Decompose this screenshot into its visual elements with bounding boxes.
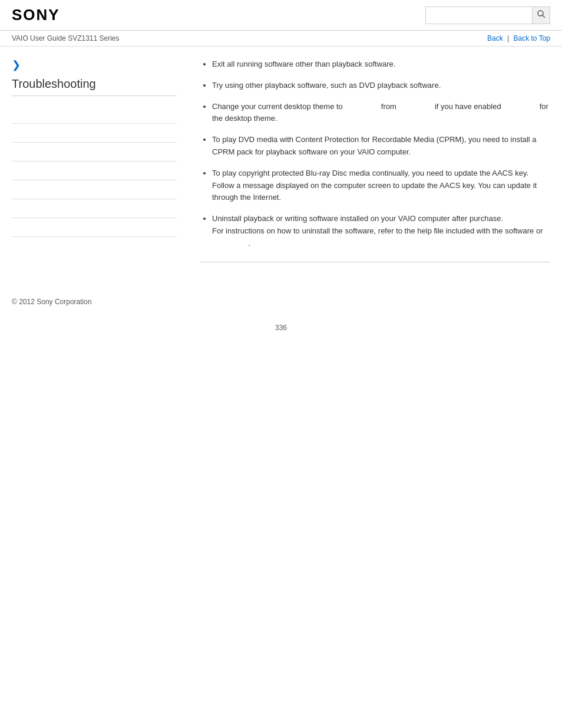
list-item <box>12 180 177 199</box>
list-item: To play copyright protected Blu-ray Disc… <box>212 167 550 204</box>
nav-separator: | <box>507 34 509 42</box>
content-divider <box>200 262 550 262</box>
list-item <box>12 218 177 237</box>
list-item: Change your current desktop theme to fro… <box>212 101 550 126</box>
footer: © 2012 Sony Corporation <box>0 286 562 318</box>
search-area[interactable] <box>425 6 550 24</box>
svg-line-1 <box>543 15 545 18</box>
copyright-text: © 2012 Sony Corporation <box>12 298 92 306</box>
list-item: Exit all running software other than pla… <box>212 58 550 71</box>
main-content: ❯ Troubleshooting Exit all running softw… <box>0 47 562 286</box>
svg-point-0 <box>538 11 543 16</box>
nav-bar: VAIO User Guide SVZ1311 Series Back | Ba… <box>0 31 562 47</box>
list-item <box>12 162 177 180</box>
sidebar-link-4[interactable] <box>12 167 14 175</box>
back-to-top-link[interactable]: Back to Top <box>514 34 550 42</box>
bullet-2-text: Try using other playback software, such … <box>212 81 441 90</box>
header: SONY <box>0 0 562 31</box>
back-link[interactable]: Back <box>487 34 503 42</box>
bullet-5-text: To play copyright protected Blu-ray Disc… <box>212 169 537 202</box>
list-item <box>12 105 177 124</box>
list-item: Uninstall playback or writing software i… <box>212 213 550 249</box>
sidebar-link-1[interactable] <box>12 110 14 118</box>
list-item <box>12 124 177 143</box>
sidebar-arrow: ❯ <box>12 58 177 71</box>
sidebar-link-7[interactable] <box>12 223 14 232</box>
bullet-1-text: Exit all running software other than pla… <box>212 60 395 68</box>
breadcrumb: VAIO User Guide SVZ1311 Series <box>12 34 120 42</box>
list-item: To play DVD media with Content Protectio… <box>212 134 550 159</box>
content-list: Exit all running software other than pla… <box>200 58 550 250</box>
list-item: Try using other playback software, such … <box>212 80 550 92</box>
sidebar-link-6[interactable] <box>12 205 14 213</box>
list-item <box>12 143 177 162</box>
search-button[interactable] <box>532 7 550 24</box>
page-number: 336 <box>0 318 562 338</box>
bullet-3-text: Change your current desktop theme to fro… <box>212 102 548 123</box>
sidebar-links <box>12 105 177 237</box>
search-input[interactable] <box>426 7 532 24</box>
sidebar: ❯ Troubleshooting <box>12 58 189 274</box>
section-title: Troubleshooting <box>12 77 177 96</box>
sidebar-link-3[interactable] <box>12 148 14 156</box>
bullet-4-text: To play DVD media with Content Protectio… <box>212 135 537 156</box>
sidebar-link-5[interactable] <box>12 186 14 194</box>
content-area: Exit all running software other than pla… <box>189 58 550 274</box>
sidebar-link-2[interactable] <box>12 129 14 137</box>
sony-logo: SONY <box>12 6 60 24</box>
list-item <box>12 199 177 218</box>
search-icon <box>537 9 546 21</box>
nav-links: Back | Back to Top <box>487 34 550 42</box>
bullet-6-text: Uninstall playback or writing software i… <box>212 214 543 248</box>
